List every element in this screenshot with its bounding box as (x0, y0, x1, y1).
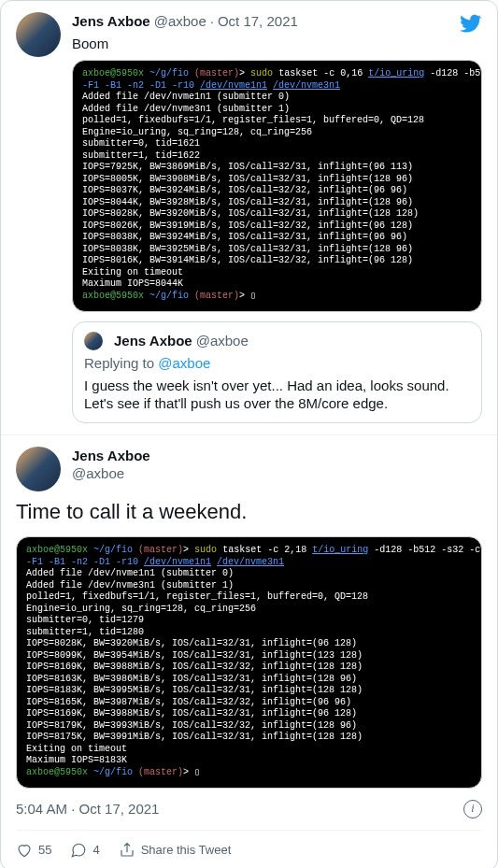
quote-author-handle: @axboe (196, 332, 249, 350)
reply-to-handle[interactable]: @axboe (158, 355, 210, 371)
reply-count: 4 (92, 843, 99, 859)
author-name[interactable]: Jens Axboe (72, 12, 150, 31)
author-name[interactable]: Jens Axboe (72, 447, 150, 465)
quote-text: I guess the week isn't over yet... Had a… (84, 377, 470, 413)
author-handle[interactable]: @axboe (72, 464, 150, 483)
heart-icon (16, 842, 33, 859)
avatar[interactable] (16, 12, 61, 57)
terminal-output-1: axboe@5950x ~/g/fio (master)> sudo tasks… (72, 60, 482, 312)
reply-to-line: Replying to @axboe (84, 354, 470, 373)
tweet-date[interactable]: Oct 17, 2021 (218, 12, 298, 31)
tweet-text: Boom (72, 35, 460, 53)
tweet-2-header: Jens Axboe @axboe (16, 447, 482, 491)
tweet-actions: 55 4 Share this Tweet (16, 830, 482, 859)
tweet-date[interactable]: Oct 17, 2021 (79, 801, 160, 817)
tweet-meta: 5:04 AM · Oct 17, 2021 i (16, 800, 482, 818)
separator-dot: · (71, 801, 78, 817)
tweet-1: Jens Axboe @axboe · Oct 17, 2021 Boom ax… (1, 1, 497, 435)
share-button[interactable]: Share this Tweet (119, 842, 232, 859)
like-count: 55 (38, 843, 51, 859)
quote-author-name: Jens Axboe (114, 332, 192, 350)
tweet-1-header: Jens Axboe @axboe · Oct 17, 2021 Boom (16, 12, 482, 60)
share-label: Share this Tweet (141, 843, 232, 859)
terminal-output-2: axboe@5950x ~/g/fio (master)> sudo tasks… (16, 536, 482, 789)
separator-dot: · (210, 12, 214, 31)
info-icon[interactable]: i (463, 800, 482, 818)
tweet-time[interactable]: 5:04 AM (16, 801, 67, 817)
quoted-tweet[interactable]: Jens Axboe @axboe Replying to @axboe I g… (72, 321, 482, 423)
twitter-logo-icon[interactable] (460, 12, 482, 35)
reply-button[interactable]: 4 (70, 842, 99, 859)
reply-icon (70, 842, 87, 859)
tweet-text: Time to call it a weekend. (16, 499, 482, 526)
author-handle[interactable]: @axboe (154, 12, 206, 31)
avatar (84, 332, 103, 350)
tweet-2: Jens Axboe @axboe Time to call it a week… (1, 435, 497, 869)
avatar[interactable] (16, 447, 61, 491)
share-icon (119, 842, 135, 859)
like-button[interactable]: 55 (16, 842, 51, 859)
